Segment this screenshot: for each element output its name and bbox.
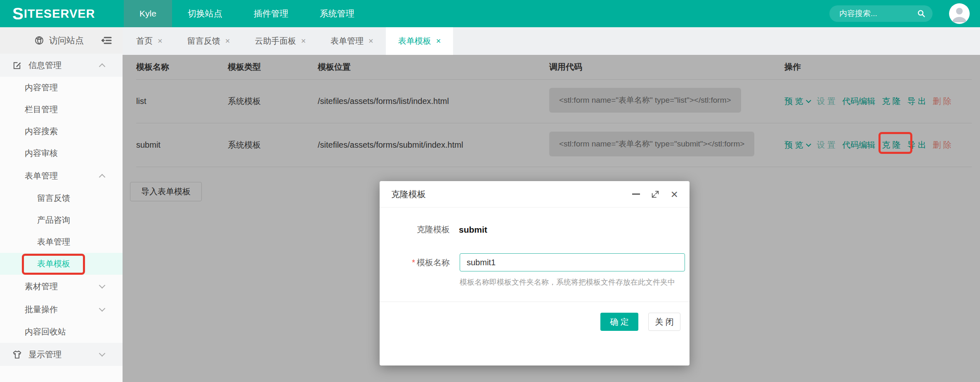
chevron-up-icon <box>99 63 106 70</box>
chevron-down-icon <box>99 350 106 356</box>
logo-rest: ITESERVER <box>24 7 95 21</box>
sidebar-item-label: 产品咨询 <box>37 215 70 226</box>
dialog-header: 克隆模板 × <box>380 181 690 208</box>
visit-site-label: 访问站点 <box>49 35 84 46</box>
tab-cloud-assistant[interactable]: 云助手面板× <box>242 27 318 55</box>
chevron-down-icon <box>99 282 106 288</box>
tab-close-icon[interactable]: × <box>158 36 163 46</box>
sidebar-item-label: 留言反馈 <box>37 193 70 204</box>
clone-source-row: 克隆模板 submit <box>380 224 690 235</box>
sidebar-item-message-feedback[interactable]: 留言反馈 <box>0 187 123 209</box>
avatar-person-icon <box>949 3 970 24</box>
tshirt-icon <box>12 350 22 359</box>
close-button[interactable]: 关 闭 <box>648 313 680 331</box>
sidebar-item-label: 内容回收站 <box>25 326 66 337</box>
content-search-box[interactable] <box>829 5 933 22</box>
tab-label: 表单管理 <box>331 35 364 47</box>
top-nav: Kyle 切换站点 插件管理 系统管理 <box>124 0 370 27</box>
topnav-item-switch-site[interactable]: 切换站点 <box>172 0 238 27</box>
sidebar-item-label: 素材管理 <box>25 281 58 292</box>
sidebar-item-label: 内容管理 <box>25 82 58 93</box>
required-asterisk: * <box>412 258 415 267</box>
tab-message-feedback[interactable]: 留言反馈× <box>175 27 243 55</box>
chevron-down-icon <box>99 305 106 311</box>
maximize-icon[interactable] <box>651 190 660 199</box>
sidebar-item-recycle-bin[interactable]: 内容回收站 <box>0 321 123 343</box>
globe-icon <box>34 35 44 45</box>
user-avatar[interactable] <box>949 3 970 24</box>
dialog-footer: 确 定 关 闭 <box>380 302 690 365</box>
sidebar-item-label: 栏目管理 <box>25 104 58 115</box>
topnav-item-system[interactable]: 系统管理 <box>304 0 370 27</box>
sidebar-item-label: 表单管理 <box>25 170 58 182</box>
minimize-icon[interactable] <box>632 193 640 195</box>
sidebar-item-info-management[interactable]: 信息管理 <box>0 54 123 77</box>
sidebar-item-label: 内容审核 <box>25 148 58 159</box>
close-icon[interactable]: × <box>671 188 678 200</box>
sidebar-group-display-management[interactable]: 显示管理 <box>0 343 123 366</box>
sidebar-item-channel-management[interactable]: 栏目管理 <box>0 99 123 120</box>
tab-form-templates[interactable]: 表单模板× <box>386 27 453 55</box>
sidebar-item-content-search[interactable]: 内容搜索 <box>0 120 123 142</box>
visit-site-row[interactable]: 访问站点 <box>0 27 123 54</box>
sidebar-group-form-management[interactable]: 表单管理 <box>0 164 123 187</box>
topnav-item-plugins[interactable]: 插件管理 <box>238 0 304 27</box>
siteserver-logo: SITESERVER <box>0 0 124 27</box>
chevron-up-icon <box>99 174 106 180</box>
confirm-button[interactable]: 确 定 <box>600 313 638 331</box>
visit-site-button[interactable]: 访问站点 <box>34 35 84 46</box>
top-right-area <box>829 0 980 27</box>
clone-template-dialog: 克隆模板 × 克隆模板 submit *模板名称 模板名称即模板文件夹名称，系统… <box>380 181 690 365</box>
tab-home[interactable]: 首页× <box>124 27 175 55</box>
tab-label: 首页 <box>136 35 153 47</box>
dialog-body: 克隆模板 submit *模板名称 模板名称即模板文件夹名称，系统将把模板文件存… <box>380 208 690 302</box>
logo-first-letter: S <box>12 5 24 22</box>
dialog-title: 克隆模板 <box>391 189 426 200</box>
tab-form-management[interactable]: 表单管理× <box>318 27 386 55</box>
sidebar-item-label: 显示管理 <box>28 349 61 360</box>
sidebar-item-content-management[interactable]: 内容管理 <box>0 77 123 99</box>
field-label-text: 模板名称 <box>417 258 450 267</box>
tab-close-icon[interactable]: × <box>301 36 306 46</box>
sidebar-item-label: 表单模板 <box>37 258 70 269</box>
page-tab-bar: 首页× 留言反馈× 云助手面板× 表单管理× 表单模板× <box>123 27 980 55</box>
topnav-item-site[interactable]: Kyle <box>124 0 172 27</box>
sidebar-item-label: 表单管理 <box>37 236 70 248</box>
tab-close-icon[interactable]: × <box>436 36 441 46</box>
sidebar-item-form-management[interactable]: 表单管理 <box>0 231 123 253</box>
sidebar-collapse-icon[interactable] <box>101 36 112 45</box>
sidebar-item-label: 批量操作 <box>25 304 58 315</box>
clone-source-value: submit <box>459 225 487 235</box>
tab-close-icon[interactable]: × <box>225 36 230 46</box>
sidebar-group-material-management[interactable]: 素材管理 <box>0 275 123 298</box>
sidebar-group-batch-operations[interactable]: 批量操作 <box>0 298 123 321</box>
sidebar-item-product-inquiry[interactable]: 产品咨询 <box>0 209 123 231</box>
tab-close-icon[interactable]: × <box>368 36 373 46</box>
template-name-label: *模板名称 <box>380 257 450 268</box>
template-name-field-row: *模板名称 <box>380 253 690 271</box>
dialog-window-controls: × <box>632 188 678 200</box>
tab-label: 云助手面板 <box>255 35 296 47</box>
sidebar-item-form-templates[interactable]: 表单模板 <box>0 253 123 275</box>
template-name-input[interactable] <box>460 253 685 271</box>
sidebar-item-label: 信息管理 <box>28 60 61 71</box>
tab-label: 表单模板 <box>398 35 431 47</box>
sidebar: 访问站点 信息管理 内容管理 栏目管理 内容搜索 内容审核 表单管理 留言反馈 … <box>0 27 123 382</box>
search-icon[interactable] <box>917 9 926 18</box>
sidebar-item-content-audit[interactable]: 内容审核 <box>0 142 123 164</box>
siteserver-app: SITESERVER Kyle 切换站点 插件管理 系统管理 访问站点 <box>0 0 980 382</box>
tab-label: 留言反馈 <box>187 35 220 47</box>
field-helper-text: 模板名称即模板文件夹名称，系统将把模板文件存放在此文件夹中 <box>460 277 690 287</box>
sidebar-item-label: 内容搜索 <box>25 126 58 137</box>
top-bar: SITESERVER Kyle 切换站点 插件管理 系统管理 <box>0 0 980 27</box>
clone-source-label: 克隆模板 <box>380 224 450 235</box>
edit-square-icon <box>12 61 22 70</box>
